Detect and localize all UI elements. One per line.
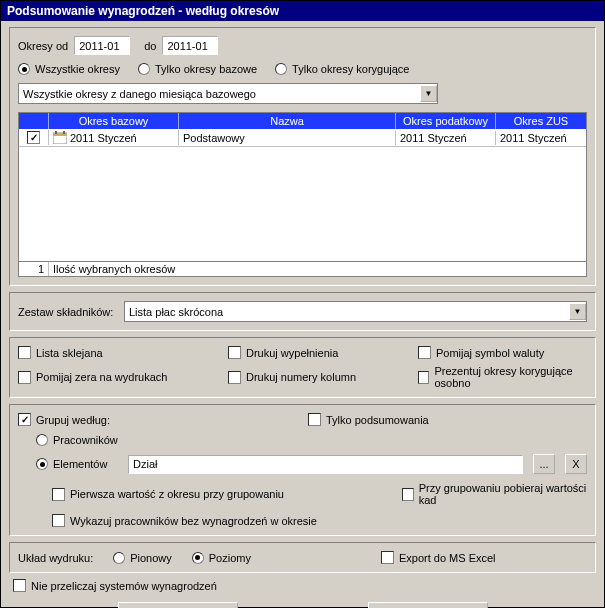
- zestaw-label: Zestaw składników:: [18, 306, 118, 318]
- chk-wykazuj-pracownikow[interactable]: Wykazuj pracowników bez wynagrodzeń w ok…: [52, 514, 317, 527]
- chk-nie-przeliczaj[interactable]: Nie przeliczaj systemów wynagrodzeń: [13, 579, 217, 592]
- chk-tylko-podsumowania[interactable]: Tylko podsumowania: [308, 413, 429, 426]
- chk-pierwsza-wartosc[interactable]: Pierwsza wartość z okresu przy grupowani…: [52, 488, 402, 501]
- th-check[interactable]: [19, 113, 49, 129]
- period-to-label: do: [144, 40, 156, 52]
- dropdown-icon: ▼: [420, 85, 437, 102]
- th-nazwa[interactable]: Nazwa: [179, 113, 396, 129]
- radio-dot-icon: [138, 63, 150, 75]
- radio-all-periods[interactable]: Wszystkie okresy: [18, 63, 120, 75]
- radio-base-periods[interactable]: Tylko okresy bazowe: [138, 63, 257, 75]
- svg-rect-2: [55, 131, 57, 134]
- chk-pomijaj-zera[interactable]: Pomijaj zera na wydrukach: [18, 365, 228, 389]
- calendar-icon: [53, 131, 67, 144]
- chk-przy-grupowaniu[interactable]: Przy grupowaniu pobieraj wartości kad: [402, 482, 587, 506]
- th-okres-podatkowy[interactable]: Okres podatkowy: [396, 113, 496, 129]
- radio-elementow[interactable]: Elementów: [36, 458, 118, 470]
- chk-grupuj[interactable]: Grupuj według:: [18, 413, 308, 426]
- radio-dot-icon: [18, 63, 30, 75]
- layout-panel: Układ wydruku: Pionowy Poziomy Export do…: [9, 542, 596, 573]
- print-options-panel: Lista sklejana Drukuj wypełnienia Pomija…: [9, 337, 596, 398]
- footer-count: 1: [19, 262, 49, 276]
- group-panel: Grupuj według: Tylko podsumowania Pracow…: [9, 404, 596, 536]
- chk-export-excel[interactable]: Export do MS Excel: [381, 551, 496, 564]
- radio-poziomy[interactable]: Poziomy: [192, 552, 251, 564]
- anuluj-button[interactable]: Anuluj: [368, 602, 488, 608]
- chk-drukuj-wypelnienia[interactable]: Drukuj wypełnienia: [228, 346, 418, 359]
- scope-select[interactable]: Wszystkie okresy z danego miesiąca bazow…: [18, 83, 438, 104]
- clear-button[interactable]: X: [565, 454, 587, 474]
- radio-dot-icon: [275, 63, 287, 75]
- wykonaj-button[interactable]: Wykonaj: [118, 602, 238, 608]
- period-from-label: Okresy od: [18, 40, 68, 52]
- radio-pracownikow[interactable]: Pracowników: [36, 434, 118, 446]
- th-okres-bazowy[interactable]: Okres bazowy: [49, 113, 179, 129]
- dialog-window: Podsumowanie wynagrodzeń - według okresó…: [0, 0, 605, 608]
- cell-okres-zus: 2011 Styczeń: [496, 131, 586, 145]
- titlebar: Podsumowanie wynagrodzeń - według okresó…: [1, 1, 604, 21]
- window-title: Podsumowanie wynagrodzeń - według okresó…: [7, 4, 279, 18]
- table-header: Okres bazowy Nazwa Okres podatkowy Okres…: [19, 113, 586, 129]
- cell-okres-bazowy: 2011 Styczeń: [70, 132, 137, 144]
- cell-okres-podatkowy: 2011 Styczeń: [396, 131, 496, 145]
- dropdown-icon: ▼: [569, 303, 586, 320]
- table-row[interactable]: 2011 Styczeń Podstawowy 2011 Styczeń 201…: [19, 129, 586, 147]
- radio-corr-periods[interactable]: Tylko okresy korygujące: [275, 63, 409, 75]
- zestaw-select[interactable]: Lista płac skrócona ▼: [124, 301, 587, 322]
- period-to-input[interactable]: [162, 36, 218, 55]
- th-okres-zus[interactable]: Okres ZUS: [496, 113, 586, 129]
- chk-pomijaj-symbol[interactable]: Pomijaj symbol waluty: [418, 346, 587, 359]
- chk-lista-sklejana[interactable]: Lista sklejana: [18, 346, 228, 359]
- browse-button[interactable]: ...: [533, 454, 555, 474]
- periods-panel: Okresy od do Wszystkie okresy Tylko okre…: [9, 27, 596, 286]
- svg-rect-3: [63, 131, 65, 134]
- chk-drukuj-numery[interactable]: Drukuj numery kolumn: [228, 365, 418, 389]
- chk-prezentuj-korygujace[interactable]: Prezentuj okresy korygujące osobno: [418, 365, 587, 389]
- radio-pionowy[interactable]: Pionowy: [113, 552, 172, 564]
- table-footer: 1 Ilość wybranych okresów: [19, 261, 586, 276]
- period-from-input[interactable]: [74, 36, 130, 55]
- row-checkbox[interactable]: [27, 131, 40, 144]
- periods-table: Okres bazowy Nazwa Okres podatkowy Okres…: [18, 112, 587, 277]
- zestaw-panel: Zestaw składników: Lista płac skrócona ▼: [9, 292, 596, 331]
- table-empty-area: [19, 147, 586, 261]
- element-input[interactable]: [128, 455, 523, 474]
- footer-label: Ilość wybranych okresów: [49, 262, 586, 276]
- cell-nazwa: Podstawowy: [179, 131, 396, 145]
- layout-label: Układ wydruku:: [18, 552, 93, 564]
